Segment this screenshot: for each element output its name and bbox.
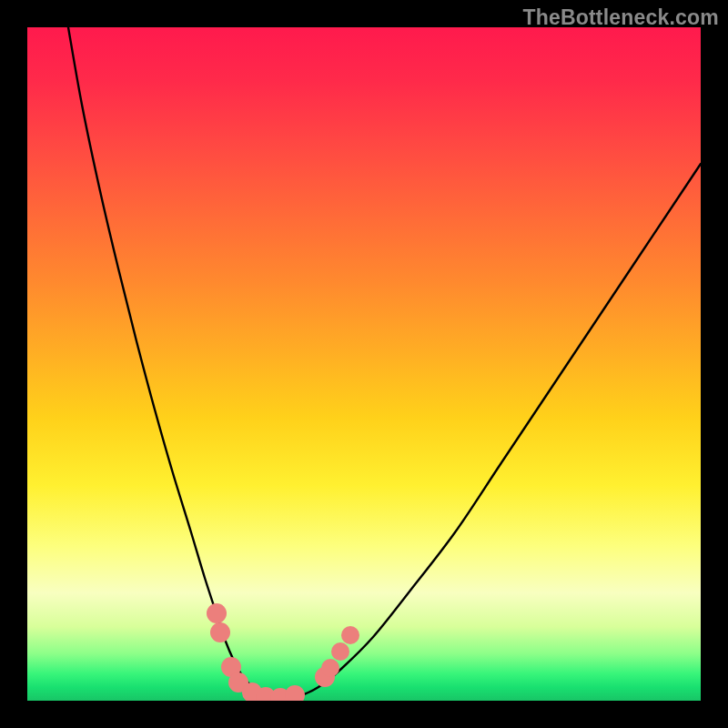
watermark-text: TheBottleneck.com [522, 5, 719, 30]
chart-marker [285, 685, 305, 701]
chart-marker [210, 622, 230, 642]
chart-svg [27, 27, 701, 701]
chart-plot-area [27, 27, 701, 701]
chart-frame: TheBottleneck.com [0, 0, 728, 728]
chart-marker [341, 626, 359, 644]
chart-marker [321, 659, 339, 677]
chart-marker [331, 642, 349, 661]
chart-marker [207, 603, 227, 623]
chart-curve [68, 27, 701, 698]
